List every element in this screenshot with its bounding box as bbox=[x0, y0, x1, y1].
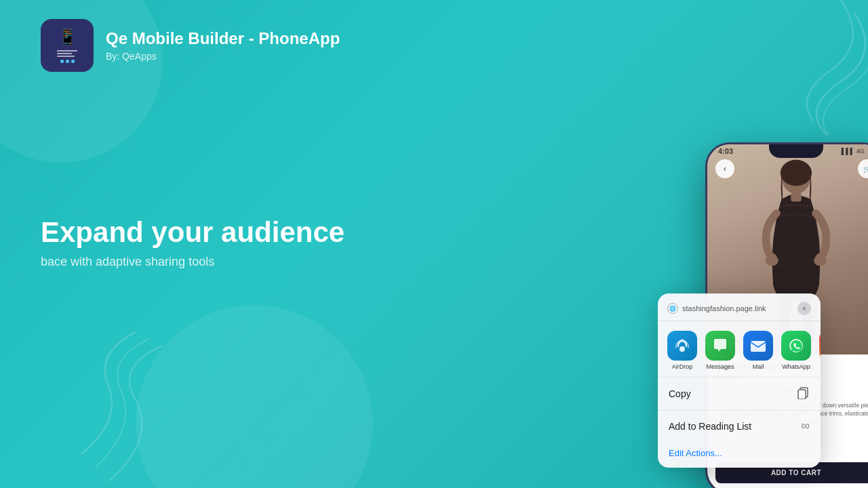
svg-rect-12 bbox=[798, 390, 806, 399]
share-url-text: stashingfashion.page.link bbox=[682, 304, 766, 312]
logo-phone-icon: 📱 bbox=[58, 28, 77, 46]
share-app-messages[interactable]: Messages bbox=[705, 331, 735, 370]
reading-list-icon: ∞ bbox=[801, 419, 810, 433]
network-icon: 4G bbox=[856, 148, 865, 155]
reading-list-action[interactable]: Add to Reading List ∞ bbox=[658, 410, 821, 441]
cart-button[interactable]: 🛒 10 bbox=[858, 159, 868, 178]
share-close-button[interactable]: × bbox=[797, 302, 811, 315]
messages-label: Messages bbox=[706, 363, 734, 370]
copy-label: Copy bbox=[669, 388, 691, 399]
share-url: 🌐 stashingfashion.page.link bbox=[667, 303, 766, 314]
share-app-airdrop[interactable]: AirDrop bbox=[667, 331, 697, 370]
hero-headline: Expand your audience bbox=[41, 217, 344, 248]
logo-line-3 bbox=[57, 56, 75, 57]
hero-subheadline: bace with adaptive sharing tools bbox=[41, 255, 344, 269]
airdrop-label: AirDrop bbox=[672, 363, 693, 370]
copy-action[interactable]: Copy bbox=[658, 377, 821, 410]
instagram-icon bbox=[819, 331, 821, 361]
whatsapp-label: WhatsApp bbox=[782, 363, 810, 370]
messages-icon bbox=[705, 331, 735, 361]
back-button[interactable]: ‹ bbox=[715, 159, 734, 178]
mail-label: Mail bbox=[753, 363, 764, 370]
app-subtitle: By: QeApps bbox=[106, 51, 340, 62]
share-app-whatsapp[interactable]: WhatsApp bbox=[781, 331, 811, 370]
status-time: 4:03 bbox=[718, 147, 733, 155]
share-app-mail[interactable]: Mail bbox=[743, 331, 773, 370]
header-text: Qe Mobile Builder - PhoneApp By: QeApps bbox=[106, 29, 340, 62]
whatsapp-icon bbox=[781, 331, 811, 361]
signal-icon: ▌▌▌ bbox=[842, 148, 854, 155]
logo-line-2 bbox=[57, 53, 72, 54]
svg-point-5 bbox=[679, 346, 685, 352]
copy-icon bbox=[796, 386, 810, 402]
app-logo: 📱 bbox=[41, 19, 94, 72]
phone-status-bar: 4:03 ▌▌▌ 4G 🔋 bbox=[718, 147, 868, 155]
mail-icon bbox=[743, 331, 773, 361]
edit-actions-button[interactable]: Edit Actions... bbox=[658, 441, 821, 468]
svg-point-3 bbox=[814, 256, 827, 266]
svg-rect-6 bbox=[751, 341, 766, 352]
hero-section: Expand your audience bace with adaptive … bbox=[41, 217, 344, 269]
svg-point-2 bbox=[766, 256, 778, 266]
header: 📱 Qe Mobile Builder - PhoneApp By: QeApp… bbox=[41, 19, 340, 72]
globe-icon: 🌐 bbox=[667, 303, 678, 314]
reading-list-label: Add to Reading List bbox=[669, 421, 751, 432]
app-title: Qe Mobile Builder - PhoneApp bbox=[106, 29, 340, 48]
share-sheet: 🌐 stashingfashion.page.link × AirDrop bbox=[658, 293, 821, 468]
share-apps-row: AirDrop Messages Mail bbox=[658, 321, 821, 377]
logo-line-1 bbox=[57, 50, 77, 52]
share-sheet-header: 🌐 stashingfashion.page.link × bbox=[658, 293, 821, 321]
svg-rect-4 bbox=[791, 192, 801, 202]
share-app-instagram[interactable]: In... bbox=[819, 331, 821, 370]
status-icons: ▌▌▌ 4G 🔋 bbox=[842, 148, 868, 155]
phone-nav: ‹ 🛒 10 bbox=[715, 159, 868, 178]
logo-dot-3 bbox=[71, 60, 75, 63]
logo-dot-2 bbox=[66, 60, 69, 63]
airdrop-icon bbox=[667, 331, 697, 361]
logo-dot-1 bbox=[60, 60, 64, 63]
